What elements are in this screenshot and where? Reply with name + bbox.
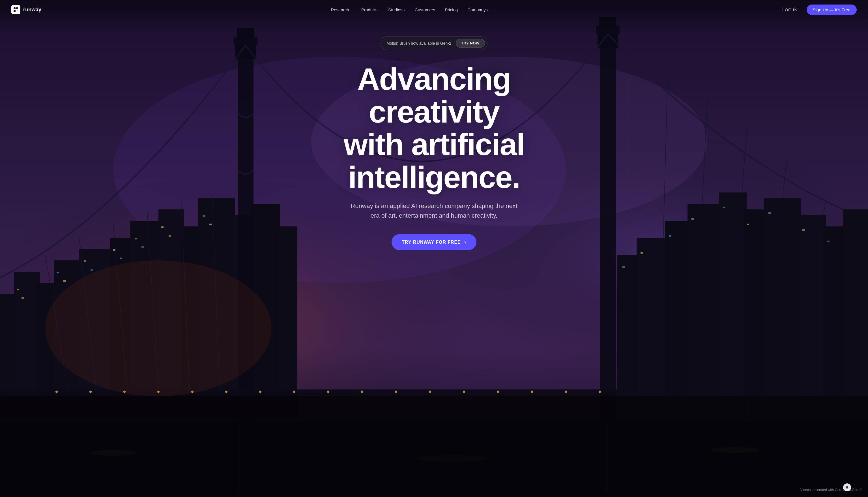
svg-rect-96 bbox=[723, 207, 725, 208]
logo-icon bbox=[11, 5, 20, 14]
svg-rect-99 bbox=[802, 229, 805, 231]
company-arrow: ↓ bbox=[487, 8, 488, 11]
svg-point-72 bbox=[531, 390, 533, 393]
svg-rect-38 bbox=[600, 34, 616, 430]
svg-rect-85 bbox=[688, 204, 721, 419]
research-arrow: ↓ bbox=[350, 8, 352, 11]
logo-link[interactable]: runway bbox=[11, 5, 41, 14]
svg-rect-29 bbox=[142, 246, 144, 248]
svg-rect-31 bbox=[169, 235, 171, 237]
svg-rect-109 bbox=[13, 6, 19, 13]
svg-rect-95 bbox=[692, 218, 694, 219]
svg-point-68 bbox=[395, 390, 397, 393]
cta-arrow: › bbox=[464, 239, 466, 245]
svg-rect-94 bbox=[669, 235, 671, 237]
hero-content: Motion Brush now available in Gen-2 TRY … bbox=[278, 36, 590, 250]
svg-rect-91 bbox=[843, 210, 868, 419]
svg-rect-32 bbox=[203, 215, 205, 217]
svg-point-67 bbox=[361, 390, 363, 393]
svg-rect-86 bbox=[719, 193, 747, 419]
svg-rect-82 bbox=[617, 255, 639, 419]
announcement-cta[interactable]: TRY NOW bbox=[456, 39, 485, 47]
announcement-banner: Motion Brush now available in Gen-2 TRY … bbox=[380, 36, 488, 50]
nav-studios[interactable]: Studios ↓ bbox=[384, 5, 409, 14]
try-runway-button[interactable]: TRY RUNWAY FOR FREE › bbox=[392, 234, 476, 250]
svg-rect-88 bbox=[764, 198, 801, 419]
svg-rect-100 bbox=[827, 241, 829, 242]
svg-point-64 bbox=[259, 390, 261, 393]
svg-point-69 bbox=[429, 390, 431, 393]
svg-point-71 bbox=[497, 390, 499, 393]
nav-research[interactable]: Research ↓ bbox=[327, 5, 356, 14]
login-button[interactable]: LOG IN bbox=[778, 5, 802, 14]
svg-point-70 bbox=[463, 390, 465, 393]
main-nav: runway Research ↓ Product ↓ Studios ↓ bbox=[0, 0, 868, 19]
svg-rect-97 bbox=[747, 224, 749, 225]
svg-rect-33 bbox=[209, 224, 212, 225]
svg-rect-20 bbox=[17, 289, 19, 290]
svg-point-65 bbox=[293, 390, 295, 393]
svg-point-63 bbox=[225, 390, 228, 393]
svg-rect-113 bbox=[17, 11, 17, 11]
signup-button[interactable]: Sign Up — It's Free bbox=[807, 4, 857, 15]
logo-text: runway bbox=[23, 7, 41, 13]
svg-rect-93 bbox=[640, 252, 643, 254]
hero-subtitle: Runway is an applied AI research company… bbox=[349, 201, 519, 221]
svg-point-58 bbox=[56, 390, 58, 393]
svg-rect-98 bbox=[768, 212, 771, 214]
svg-rect-108 bbox=[0, 396, 868, 497]
nav-company[interactable]: Company ↓ bbox=[463, 5, 492, 14]
nav-right: LOG IN Sign Up — It's Free bbox=[778, 4, 857, 15]
nav-customers[interactable]: Customers bbox=[411, 5, 439, 14]
studios-arrow: ↓ bbox=[403, 8, 405, 11]
svg-rect-83 bbox=[637, 238, 668, 419]
svg-rect-30 bbox=[161, 226, 163, 228]
nav-pricing[interactable]: Pricing bbox=[441, 5, 462, 14]
svg-point-59 bbox=[89, 390, 92, 393]
svg-point-66 bbox=[327, 390, 329, 393]
svg-rect-110 bbox=[14, 8, 16, 9]
svg-rect-25 bbox=[90, 269, 93, 271]
svg-rect-112 bbox=[14, 10, 16, 12]
hero-title: Advancing creativity with artificial int… bbox=[290, 62, 578, 193]
svg-rect-90 bbox=[823, 226, 846, 419]
svg-rect-27 bbox=[120, 258, 122, 259]
svg-rect-21 bbox=[21, 297, 24, 299]
product-arrow: ↓ bbox=[377, 8, 379, 11]
announcement-text: Motion Brush now available in Gen-2 bbox=[387, 41, 451, 45]
svg-rect-24 bbox=[84, 260, 86, 262]
nav-links: Research ↓ Product ↓ Studios ↓ Customers bbox=[327, 5, 492, 14]
svg-point-107 bbox=[45, 260, 272, 396]
svg-rect-28 bbox=[135, 238, 137, 239]
video-attribution: Videos generated with Gen-1 and Gen-2 bbox=[800, 488, 861, 492]
svg-rect-89 bbox=[798, 215, 826, 419]
svg-point-74 bbox=[599, 390, 601, 393]
svg-rect-23 bbox=[63, 280, 66, 282]
nav-product[interactable]: Product ↓ bbox=[357, 5, 382, 14]
svg-point-73 bbox=[565, 390, 567, 393]
svg-rect-111 bbox=[16, 8, 18, 9]
svg-rect-87 bbox=[744, 210, 767, 419]
svg-rect-22 bbox=[57, 272, 59, 273]
svg-rect-84 bbox=[665, 221, 690, 419]
svg-rect-92 bbox=[622, 266, 625, 268]
